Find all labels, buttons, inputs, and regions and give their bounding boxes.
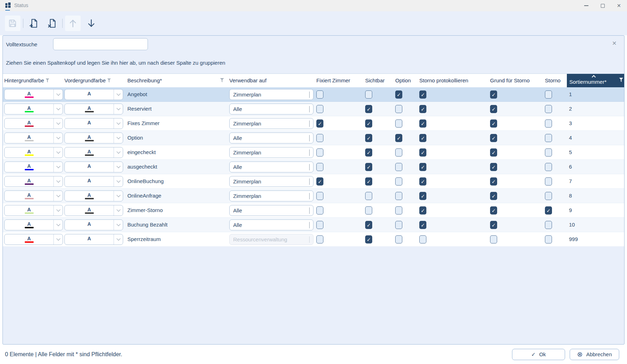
filter-icon[interactable] (619, 78, 623, 82)
foreground-color-picker[interactable]: A (64, 147, 123, 158)
move-down-button[interactable] (84, 16, 99, 31)
checkbox-storno-protokollieren[interactable]: ✓ (419, 119, 426, 128)
checkbox-sichtbar[interactable]: ✓ (365, 177, 372, 186)
chevron-down-icon[interactable] (54, 220, 63, 230)
foreground-color-picker[interactable]: A (64, 133, 123, 143)
table-row[interactable]: AAOnlineBuchungZimmerplan✓✓✓✓7 (3, 174, 624, 189)
verwendbar-auf-dropdown[interactable]: Zimmerplan (229, 176, 314, 187)
column-header-storno-protokollieren[interactable]: Storno protokollieren (419, 77, 468, 83)
chevron-down-icon[interactable] (54, 191, 63, 201)
filter-icon[interactable] (220, 78, 224, 82)
background-color-picker[interactable]: A (4, 89, 63, 100)
checkbox-grund-fuer-storno[interactable] (490, 235, 497, 243)
group-by-zone[interactable]: Ziehen Sie einen Spaltenkopf und legen S… (6, 60, 225, 66)
checkbox-fixiert-zimmer[interactable] (316, 206, 323, 215)
checkbox-fixiert-zimmer[interactable] (316, 192, 323, 200)
foreground-color-picker[interactable]: A (64, 234, 123, 245)
verwendbar-auf-dropdown[interactable]: Alle (229, 104, 314, 115)
checkbox-grund-fuer-storno[interactable]: ✓ (490, 90, 497, 99)
checkbox-storno[interactable] (545, 90, 552, 99)
checkbox-fixiert-zimmer[interactable] (316, 105, 323, 113)
background-color-picker[interactable]: A (4, 190, 63, 201)
background-color-picker[interactable]: A (4, 162, 63, 172)
verwendbar-auf-dropdown[interactable]: Zimmerplan (229, 89, 314, 100)
search-input[interactable] (53, 38, 148, 50)
checkbox-grund-fuer-storno[interactable]: ✓ (490, 119, 497, 128)
checkbox-option[interactable]: ✓ (395, 134, 402, 142)
chevron-down-icon[interactable] (54, 133, 63, 143)
column-header-sortiernummer[interactable]: Sortiernummer* (567, 74, 624, 88)
checkbox-option[interactable] (395, 163, 402, 171)
checkbox-sichtbar[interactable]: ✓ (365, 163, 372, 171)
table-row[interactable]: AAReserviertAlle✓✓✓2 (3, 102, 624, 116)
close-search-icon[interactable]: ✕ (612, 41, 617, 46)
chevron-down-icon[interactable] (54, 147, 63, 158)
checkbox-grund-fuer-storno[interactable]: ✓ (490, 163, 497, 171)
checkbox-storno[interactable]: ✓ (545, 206, 552, 215)
checkbox-storno[interactable] (545, 163, 552, 171)
column-header-fixiert-zimmer[interactable]: Fixiert Zimmer (316, 77, 350, 83)
checkbox-storno-protokollieren[interactable] (419, 235, 426, 243)
chevron-down-icon[interactable] (114, 234, 123, 245)
background-color-picker[interactable]: A (4, 234, 63, 245)
checkbox-storno[interactable] (545, 235, 552, 243)
foreground-color-picker[interactable]: A (64, 104, 123, 115)
foreground-color-picker[interactable]: A (64, 205, 123, 216)
checkbox-sichtbar[interactable] (365, 90, 372, 99)
checkbox-grund-fuer-storno[interactable]: ✓ (490, 177, 497, 186)
checkbox-option[interactable] (395, 192, 402, 200)
chevron-down-icon[interactable] (54, 234, 63, 245)
verwendbar-auf-dropdown[interactable]: Alle (229, 205, 314, 216)
checkbox-sichtbar[interactable]: ✓ (365, 134, 372, 142)
cancel-button[interactable]: ⊗ Abbrechen (570, 349, 619, 360)
background-color-picker[interactable]: A (4, 118, 63, 129)
checkbox-sichtbar[interactable]: ✓ (365, 105, 372, 113)
checkbox-fixiert-zimmer[interactable]: ✓ (316, 177, 323, 186)
foreground-color-picker[interactable]: A (64, 219, 123, 230)
checkbox-storno-protokollieren[interactable]: ✓ (419, 177, 426, 186)
chevron-down-icon[interactable] (54, 118, 63, 129)
checkbox-sichtbar[interactable]: ✓ (365, 221, 372, 229)
foreground-color-picker[interactable]: A (64, 89, 123, 100)
checkbox-grund-fuer-storno[interactable]: ✓ (490, 192, 497, 200)
table-row[interactable]: AAFixes ZimmerZimmerplan✓✓✓✓3 (3, 116, 624, 131)
checkbox-grund-fuer-storno[interactable]: ✓ (490, 105, 497, 113)
checkbox-option[interactable] (395, 119, 402, 128)
checkbox-grund-fuer-storno[interactable]: ✓ (490, 148, 497, 157)
column-header-vordergrundfarbe[interactable]: Vordergrundfarbe (64, 77, 111, 83)
table-row[interactable]: AAeingechecktZimmerplan✓✓✓5 (3, 145, 624, 160)
checkbox-option[interactable] (395, 177, 402, 186)
checkbox-option[interactable] (395, 221, 402, 229)
chevron-down-icon[interactable] (114, 89, 123, 100)
checkbox-fixiert-zimmer[interactable] (316, 221, 323, 229)
ok-button[interactable]: ✓ Ok (512, 349, 565, 360)
chevron-down-icon[interactable] (114, 133, 123, 143)
verwendbar-auf-dropdown[interactable]: Alle (229, 219, 314, 230)
verwendbar-auf-dropdown[interactable]: Alle (229, 162, 314, 172)
verwendbar-auf-dropdown[interactable]: Zimmerplan (229, 147, 314, 158)
chevron-down-icon[interactable] (114, 147, 123, 158)
checkbox-storno-protokollieren[interactable]: ✓ (419, 192, 426, 200)
checkbox-option[interactable] (395, 148, 402, 157)
checkbox-fixiert-zimmer[interactable] (316, 90, 323, 99)
close-button[interactable]: ✕ (611, 0, 627, 11)
verwendbar-auf-dropdown[interactable]: Alle (229, 133, 314, 143)
verwendbar-auf-dropdown[interactable]: Zimmerplan (229, 190, 314, 201)
chevron-down-icon[interactable] (114, 176, 123, 187)
foreground-color-picker[interactable]: A (64, 162, 123, 172)
background-color-picker[interactable]: A (4, 176, 63, 187)
checkbox-option[interactable]: ✓ (395, 90, 402, 99)
table-row[interactable]: AAZimmer-StornoAlle✓✓✓9 (3, 203, 624, 218)
minimize-button[interactable] (578, 0, 594, 11)
table-row[interactable]: AAAngebotZimmerplan✓✓✓1 (3, 87, 624, 102)
chevron-down-icon[interactable] (114, 162, 123, 172)
checkbox-storno[interactable] (545, 192, 552, 200)
checkbox-fixiert-zimmer[interactable] (316, 163, 323, 171)
checkbox-sichtbar[interactable]: ✓ (365, 148, 372, 157)
checkbox-storno[interactable] (545, 105, 552, 113)
checkbox-storno-protokollieren[interactable]: ✓ (419, 105, 426, 113)
checkbox-option[interactable] (395, 105, 402, 113)
checkbox-storno-protokollieren[interactable]: ✓ (419, 221, 426, 229)
chevron-down-icon[interactable] (114, 220, 123, 230)
table-row[interactable]: AABuchung BezahltAlle✓✓✓10 (3, 218, 624, 232)
